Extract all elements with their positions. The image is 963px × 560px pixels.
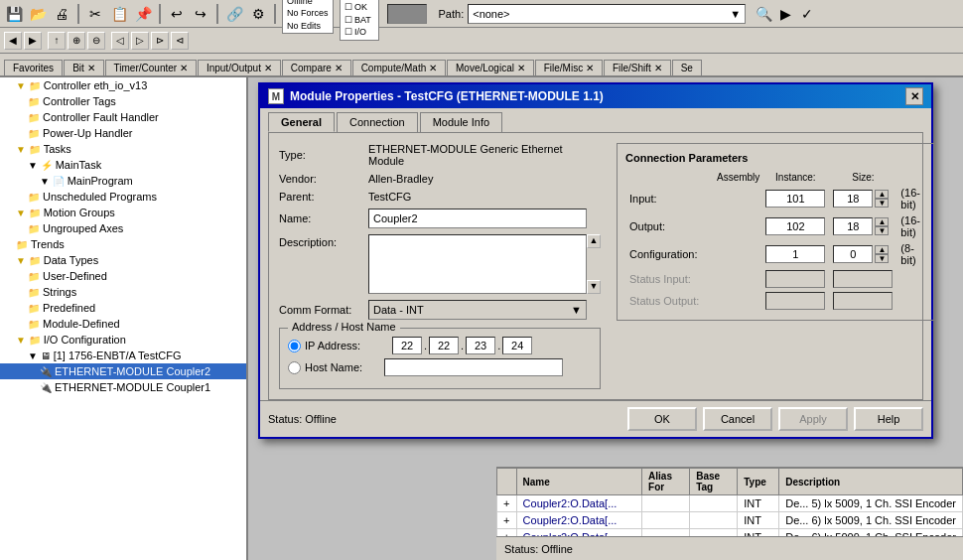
- input-spin-down[interactable]: ▼: [875, 199, 889, 208]
- config-spin-down[interactable]: ▼: [875, 254, 889, 263]
- input-instance[interactable]: [765, 190, 825, 208]
- nav-back[interactable]: ◀: [4, 32, 22, 50]
- ip-octet4[interactable]: [502, 337, 532, 354]
- tree-strings[interactable]: 📁 Strings: [0, 284, 246, 300]
- tab-bit[interactable]: Bit ✕: [64, 60, 103, 75]
- input-spin-up[interactable]: ▲: [875, 190, 889, 199]
- config-label: Configuration:: [625, 240, 715, 268]
- print-icon[interactable]: 🖨: [52, 4, 71, 24]
- cell-expand: +: [497, 495, 517, 512]
- tree-predefined[interactable]: 📁 Predefined: [0, 300, 246, 316]
- tab-timer[interactable]: Timer/Counter ✕: [105, 60, 197, 75]
- tree-controller-fault[interactable]: 📁 Controller Fault Handler: [0, 109, 246, 125]
- tree-motion-groups[interactable]: ▼ 📁 Motion Groups: [0, 205, 246, 220]
- tree-controller-tags[interactable]: 📁 Controller Tags: [0, 93, 246, 109]
- comm-format-combo[interactable]: Data - INT ▼: [368, 300, 587, 320]
- undo-icon[interactable]: ↩: [167, 4, 187, 24]
- tab-move[interactable]: Move/Logical ✕: [447, 60, 534, 75]
- scroll-down[interactable]: ▼: [587, 280, 601, 294]
- nav-collapse[interactable]: ⊖: [87, 32, 105, 50]
- description-label: Description:: [279, 236, 368, 248]
- tab-favorites[interactable]: Favorites: [4, 60, 63, 75]
- table-row[interactable]: + Coupler2:O.Data[... INT De... 6) lx 50…: [497, 512, 963, 529]
- redo-icon[interactable]: ↪: [191, 4, 210, 24]
- table-row[interactable]: + Coupler2:O.Data[... INT De... 5) lx 50…: [497, 495, 963, 512]
- ip-octet3[interactable]: [466, 337, 495, 354]
- tab-module-info[interactable]: Module Info: [420, 112, 502, 132]
- tree-controller[interactable]: ▼ 📁 Controller eth_io_v13: [0, 77, 246, 93]
- output-spin-up[interactable]: ▲: [875, 217, 889, 226]
- config-spin-up[interactable]: ▲: [875, 245, 889, 254]
- tab-compute[interactable]: Compute/Math ✕: [352, 60, 446, 75]
- tab-general[interactable]: General: [268, 112, 335, 132]
- nav-prev[interactable]: ◁: [111, 32, 129, 50]
- tab-file-shift[interactable]: File/Shift ✕: [604, 60, 671, 75]
- tree-ungrouped[interactable]: 📁 Ungrouped Axes: [0, 220, 246, 236]
- output-instance[interactable]: [765, 217, 825, 235]
- tree-trends[interactable]: 📁 Trends: [0, 236, 246, 252]
- status-text: Status: Offline: [504, 543, 573, 555]
- tab-connection[interactable]: Connection: [337, 112, 418, 132]
- nav-end[interactable]: ⊲: [171, 32, 189, 50]
- path-dropdown-icon[interactable]: ▼: [730, 8, 741, 20]
- cell-name: Coupler2:O.Data[...: [516, 529, 642, 537]
- save-icon[interactable]: 💾: [4, 4, 24, 24]
- tab-se[interactable]: Se: [672, 60, 702, 75]
- host-radio[interactable]: [288, 361, 301, 374]
- paste-icon[interactable]: 📌: [133, 4, 153, 24]
- tree-mainprogram[interactable]: ▼ 📄 MainProgram: [0, 173, 246, 189]
- ip-radio[interactable]: [288, 340, 301, 352]
- table-row[interactable]: + Coupler2:O.Data[... INT De... 6) lx 50…: [497, 529, 963, 537]
- tree-tasks[interactable]: ▼ 📁 Tasks: [0, 141, 246, 157]
- module-icon: 🔌: [40, 366, 52, 377]
- nav-fwd[interactable]: ▶: [24, 32, 42, 50]
- open-icon[interactable]: 📂: [28, 4, 48, 24]
- path-combo[interactable]: <none> ▼: [468, 4, 746, 24]
- copy-icon[interactable]: 📋: [109, 4, 129, 24]
- tree-coupler2[interactable]: 🔌 ETHERNET-MODULE Coupler2: [0, 363, 246, 379]
- tree-data-types[interactable]: ▼ 📁 Data Types: [0, 252, 246, 268]
- verify-icon[interactable]: ✓: [797, 4, 817, 24]
- cut-icon[interactable]: ✂: [85, 4, 105, 24]
- help-button[interactable]: Help: [854, 407, 923, 431]
- col-label: [625, 170, 715, 185]
- nav-expand[interactable]: ⊕: [68, 32, 85, 50]
- input-size[interactable]: [833, 190, 873, 208]
- config-instance[interactable]: [765, 245, 825, 263]
- cancel-button[interactable]: Cancel: [703, 407, 772, 431]
- host-radio-label: Host Name:: [305, 361, 384, 373]
- browse-icon[interactable]: 🔍: [754, 4, 773, 24]
- tree-coupler1[interactable]: 🔌 ETHERNET-MODULE Coupler1: [0, 379, 246, 395]
- tree-io-config[interactable]: ▼ 📁 I/O Configuration: [0, 332, 246, 348]
- tab-file-misc[interactable]: File/Misc ✕: [535, 60, 603, 75]
- cell-expand: +: [497, 529, 517, 537]
- online-icon[interactable]: 🔗: [224, 4, 244, 24]
- scroll-up[interactable]: ▲: [587, 234, 601, 248]
- output-size-spin: ▲ ▼: [833, 217, 893, 235]
- config-size[interactable]: [833, 245, 873, 263]
- ip-octet2[interactable]: [429, 337, 459, 354]
- hostname-input[interactable]: [384, 358, 563, 376]
- ip-octet1[interactable]: [392, 337, 422, 354]
- output-size[interactable]: [833, 217, 873, 235]
- tree-backplane[interactable]: ▼ 🖥 [1] 1756-ENBT/A TestCFG: [0, 348, 246, 363]
- properties-icon[interactable]: ⚙: [248, 4, 268, 24]
- description-input[interactable]: [368, 234, 587, 294]
- tree-module-defined[interactable]: 📁 Module-Defined: [0, 316, 246, 332]
- dialog-close-button[interactable]: ✕: [905, 87, 923, 105]
- tab-io[interactable]: Input/Output ✕: [198, 60, 281, 75]
- output-spin-down[interactable]: ▼: [875, 226, 889, 235]
- go-icon[interactable]: ▶: [775, 4, 795, 24]
- nav-home[interactable]: ⊳: [151, 32, 169, 50]
- name-input[interactable]: [368, 209, 587, 228]
- tree-unscheduled[interactable]: 📁 Unscheduled Programs: [0, 189, 246, 205]
- nav-next[interactable]: ▷: [131, 32, 149, 50]
- tree-powerup[interactable]: 📁 Power-Up Handler: [0, 125, 246, 141]
- folder-icon: 📁: [16, 239, 28, 250]
- nav-up[interactable]: ↑: [48, 32, 66, 50]
- apply-button[interactable]: Apply: [778, 407, 848, 431]
- tree-user-defined[interactable]: 📁 User-Defined: [0, 268, 246, 284]
- ok-button[interactable]: OK: [627, 407, 697, 431]
- tree-maintask[interactable]: ▼ ⚡ MainTask: [0, 157, 246, 173]
- tab-compare[interactable]: Compare ✕: [282, 60, 351, 75]
